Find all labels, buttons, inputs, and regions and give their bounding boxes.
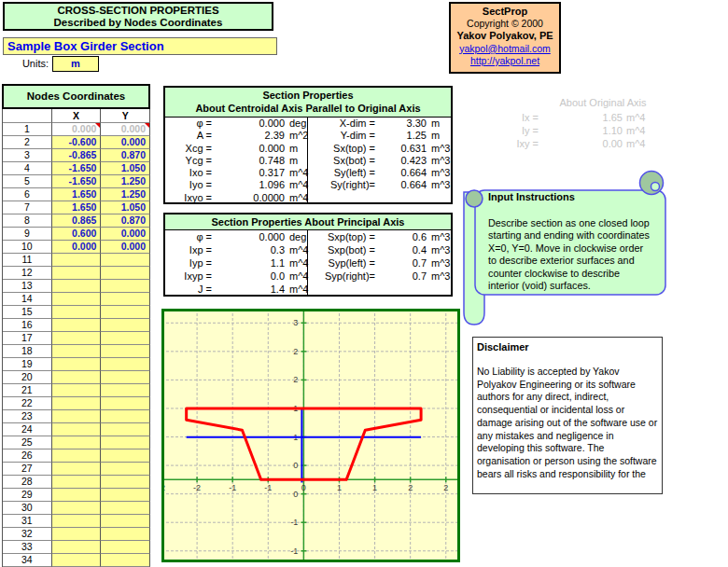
- node-y-cell[interactable]: [101, 463, 150, 476]
- node-x-cell[interactable]: 0.600: [52, 228, 102, 241]
- original-axis-value: 1.65: [539, 111, 623, 124]
- node-row-number: 26: [3, 449, 52, 463]
- node-x-cell[interactable]: 1.650: [52, 201, 102, 214]
- node-y-cell[interactable]: [101, 515, 150, 528]
- node-x-cell[interactable]: [52, 554, 102, 567]
- node-x-cell[interactable]: -1.650: [52, 175, 102, 188]
- node-x-cell[interactable]: [52, 410, 102, 423]
- node-row: 25: [3, 436, 150, 449]
- node-x-cell[interactable]: 1.650: [52, 188, 102, 201]
- node-y-cell[interactable]: 1.050: [101, 201, 150, 214]
- node-x-cell[interactable]: [52, 423, 102, 436]
- node-y-cell[interactable]: [101, 502, 150, 515]
- node-x-cell[interactable]: [52, 345, 102, 358]
- node-y-cell[interactable]: [101, 280, 150, 293]
- email-link[interactable]: yakpol@hotmail.com: [459, 43, 551, 54]
- node-y-cell[interactable]: [101, 254, 150, 267]
- node-row: 17: [3, 332, 150, 345]
- node-x-cell[interactable]: [52, 358, 102, 371]
- property-row: Sx(top) =0.631m^3: [308, 143, 451, 155]
- node-x-cell[interactable]: [52, 267, 102, 280]
- node-y-cell[interactable]: 1.050: [101, 162, 150, 175]
- node-y-cell[interactable]: 1.250: [101, 188, 150, 201]
- instructions-text: Describe section as one closed loopstart…: [488, 217, 664, 292]
- node-row-number: 11: [3, 254, 52, 267]
- property-value: 0.7: [377, 256, 427, 270]
- node-y-cell[interactable]: [101, 306, 150, 319]
- node-y-cell[interactable]: [101, 332, 150, 345]
- node-y-cell[interactable]: [101, 358, 150, 371]
- node-row-number: 25: [3, 436, 52, 449]
- node-x-cell[interactable]: [52, 332, 102, 345]
- project-title-cell[interactable]: Sample Box Girder Section: [3, 37, 277, 55]
- node-x-cell[interactable]: -1.650: [52, 162, 102, 175]
- node-row-number: 21: [3, 384, 52, 397]
- node-y-cell[interactable]: [101, 476, 150, 489]
- instructions-line: counter clockwise to describe: [488, 268, 664, 280]
- node-row-number: 32: [3, 528, 52, 541]
- property-unit: m^4: [285, 243, 308, 256]
- node-x-cell[interactable]: [52, 515, 102, 528]
- node-x-cell[interactable]: [52, 502, 102, 515]
- node-y-cell[interactable]: 0.000: [101, 228, 150, 241]
- node-x-cell[interactable]: [52, 371, 102, 384]
- node-x-cell[interactable]: [52, 449, 102, 463]
- node-row-number: 1: [3, 123, 52, 136]
- node-y-cell[interactable]: [101, 423, 150, 436]
- node-x-cell[interactable]: [52, 528, 102, 541]
- website-link[interactable]: http://yakpol.net: [470, 55, 539, 66]
- node-y-cell[interactable]: [101, 410, 150, 423]
- svg-text:0: 0: [293, 490, 298, 499]
- node-y-cell[interactable]: [101, 436, 150, 449]
- node-x-cell[interactable]: [52, 436, 102, 449]
- node-x-cell[interactable]: [52, 319, 102, 332]
- node-x-cell[interactable]: 0.865: [52, 214, 102, 228]
- node-y-cell[interactable]: [101, 267, 150, 280]
- node-x-cell[interactable]: [52, 280, 102, 293]
- node-x-cell[interactable]: -0.600: [52, 136, 102, 149]
- svg-text:-1: -1: [290, 518, 298, 527]
- node-x-cell[interactable]: [52, 541, 102, 554]
- node-y-cell[interactable]: 0.000: [101, 136, 150, 149]
- node-x-cell[interactable]: [52, 397, 102, 410]
- node-y-cell[interactable]: [101, 528, 150, 541]
- node-x-cell[interactable]: [52, 254, 102, 267]
- node-y-cell[interactable]: [101, 554, 150, 567]
- node-x-cell[interactable]: [52, 293, 102, 306]
- node-y-cell[interactable]: [101, 397, 150, 410]
- node-y-cell[interactable]: [101, 345, 150, 358]
- node-x-cell[interactable]: 0.000: [52, 123, 102, 136]
- node-y-cell[interactable]: 0.000: [101, 241, 150, 254]
- property-label: Sxp(bot) =: [308, 243, 377, 256]
- centroidal-properties-header: Section Properties About Centroidal Axis…: [165, 88, 451, 118]
- node-y-cell[interactable]: [101, 449, 150, 463]
- property-row: Ycg =0.748m: [165, 155, 307, 167]
- disclaimer-title: Disclaimer: [477, 341, 662, 353]
- node-y-cell[interactable]: 0.870: [101, 149, 150, 162]
- node-x-cell[interactable]: -0.865: [52, 149, 102, 162]
- node-row: 29: [3, 489, 150, 502]
- node-row: 12: [3, 267, 150, 280]
- original-axis-unit: m^4: [623, 111, 660, 124]
- property-unit: m^4: [285, 167, 308, 179]
- node-y-cell[interactable]: [101, 384, 150, 397]
- svg-text:1: 1: [337, 483, 342, 492]
- node-x-cell[interactable]: [52, 489, 102, 502]
- original-axis-header: About Original Axis: [524, 97, 682, 108]
- node-y-cell[interactable]: 0.870: [101, 214, 150, 228]
- node-x-cell[interactable]: 0.000: [52, 241, 102, 254]
- node-y-cell[interactable]: [101, 371, 150, 384]
- node-y-cell[interactable]: 0.000: [101, 123, 150, 136]
- node-x-cell[interactable]: [52, 384, 102, 397]
- units-input-cell[interactable]: m: [52, 56, 99, 72]
- node-y-cell[interactable]: [101, 541, 150, 554]
- property-row: φ =0.000deg: [165, 118, 307, 130]
- node-x-cell[interactable]: [52, 476, 102, 489]
- node-y-cell[interactable]: [101, 319, 150, 332]
- node-x-cell[interactable]: [52, 306, 102, 319]
- node-row: 14: [3, 293, 150, 306]
- node-y-cell[interactable]: 1.250: [101, 175, 150, 188]
- node-y-cell[interactable]: [101, 489, 150, 502]
- node-x-cell[interactable]: [52, 463, 102, 476]
- node-y-cell[interactable]: [101, 293, 150, 306]
